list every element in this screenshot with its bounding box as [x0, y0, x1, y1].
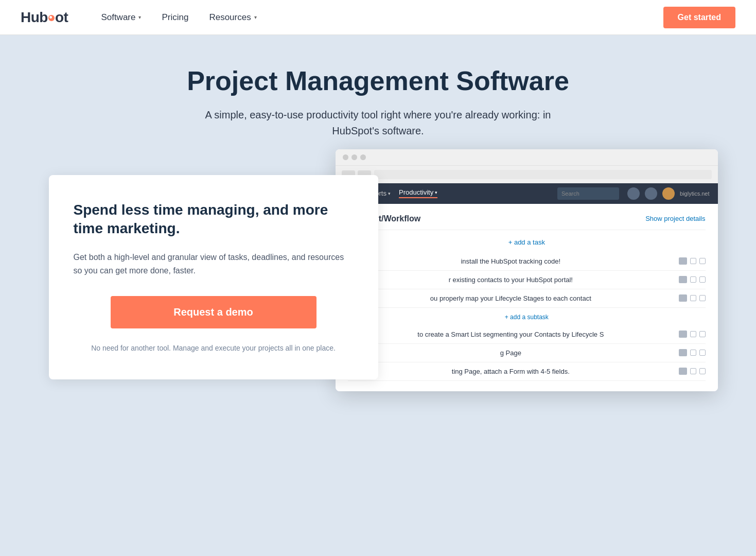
- nav-item-software[interactable]: Software ▾: [93, 8, 149, 27]
- table-row: r existing contacts to your HubSpot port…: [348, 271, 705, 289]
- task-icon-edit[interactable]: [690, 295, 696, 301]
- app-search-bar[interactable]: Search: [557, 187, 619, 200]
- show-project-details-link[interactable]: Show project details: [645, 215, 705, 222]
- url-input[interactable]: [374, 170, 711, 179]
- task-action-icons: [679, 331, 706, 338]
- task-action-icons: [679, 276, 706, 283]
- task-icon-edit[interactable]: [690, 331, 696, 337]
- chevron-down-icon-2: ▾: [254, 14, 257, 20]
- nav-item-resources[interactable]: Resources ▾: [201, 8, 265, 27]
- task-icon-doc[interactable]: [679, 257, 687, 265]
- card-body: Get both a high-level and granular view …: [74, 251, 354, 278]
- task-icon-edit[interactable]: [690, 368, 696, 374]
- task-action-icons: [679, 294, 706, 302]
- add-subtask-link[interactable]: + add a subtask: [505, 314, 549, 321]
- domain-label: biglytics.net: [680, 190, 709, 197]
- chevron-down-icon: ▾: [138, 14, 141, 20]
- task-icon-doc[interactable]: [679, 276, 687, 283]
- task-text: ting Page, attach a Form with 4-5 fields…: [348, 368, 673, 375]
- logo-text: Hubot: [21, 9, 68, 26]
- hero-section: Project Management Software A simple, ea…: [0, 35, 756, 556]
- search-placeholder: Search: [561, 190, 579, 197]
- browser-dot-red: [343, 154, 348, 160]
- task-text: r existing contacts to your HubSpot port…: [348, 276, 673, 284]
- task-icon-doc[interactable]: [679, 294, 687, 302]
- nav-menu: Software ▾ Pricing Resources ▾: [93, 8, 663, 27]
- browser-url-bar: [336, 166, 717, 183]
- request-demo-button[interactable]: Request a demo: [111, 296, 317, 328]
- task-text: to create a Smart List segmenting your C…: [348, 331, 673, 338]
- notification-icon[interactable]: [627, 187, 640, 200]
- browser-dot-yellow: [351, 154, 357, 160]
- task-icon-refresh[interactable]: [699, 295, 706, 301]
- task-icon-edit[interactable]: [690, 258, 696, 264]
- table-row: to create a Smart List segmenting your C…: [348, 325, 705, 344]
- task-icon-doc[interactable]: [679, 349, 687, 356]
- navbar: Hubot Software ▾ Pricing Resources ▾ Get…: [0, 0, 756, 35]
- project-header: mail/List/Workflow Show project details: [348, 214, 705, 230]
- browser-mockup: ial ▾ Reports ▾ Productivity ▾ Search bi…: [336, 149, 717, 391]
- app-navbar: ial ▾ Reports ▾ Productivity ▾ Search bi…: [336, 183, 717, 204]
- app-icons-group: biglytics.net: [627, 187, 709, 200]
- reports-chevron: ▾: [388, 191, 391, 196]
- feature-card: Spend less time managing, and more time …: [49, 175, 378, 380]
- task-text: g Page: [348, 349, 673, 357]
- task-icon-refresh[interactable]: [699, 350, 706, 356]
- avatar[interactable]: [662, 187, 675, 200]
- productivity-chevron: ▾: [435, 190, 437, 195]
- hero-title: Project Management Software: [21, 66, 735, 97]
- card-heading: Spend less time managing, and more time …: [74, 201, 354, 238]
- table-row: g Page: [348, 344, 705, 362]
- task-icon-refresh[interactable]: [699, 258, 706, 264]
- table-row: install the HubSpot tracking code!: [348, 252, 705, 271]
- table-row: ting Page, attach a Form with 4-5 fields…: [348, 362, 705, 381]
- productivity-label: Productivity: [399, 188, 433, 196]
- task-icon-edit[interactable]: [690, 276, 696, 283]
- get-started-button[interactable]: Get started: [663, 7, 735, 28]
- nav-software-label: Software: [101, 12, 135, 23]
- add-task-link[interactable]: + add a task: [348, 238, 705, 246]
- app-nav-productivity[interactable]: Productivity ▾: [399, 188, 437, 198]
- app-content-area: mail/List/Workflow Show project details …: [336, 204, 717, 391]
- browser-dot-green: [360, 154, 366, 160]
- task-action-icons: [679, 368, 706, 375]
- task-icon-refresh[interactable]: [699, 368, 706, 374]
- task-action-icons: [679, 257, 706, 265]
- task-text: install the HubSpot tracking code!: [348, 257, 673, 265]
- nav-item-pricing[interactable]: Pricing: [153, 8, 197, 27]
- table-row: ou properly map your Lifecycle Stages to…: [348, 289, 705, 308]
- logo-dot: [48, 15, 55, 21]
- task-icon-doc[interactable]: [679, 331, 687, 338]
- task-icon-refresh[interactable]: [699, 331, 706, 337]
- nav-resources-label: Resources: [209, 12, 251, 23]
- task-icon-refresh[interactable]: [699, 276, 706, 283]
- add-subtask-row: + add a subtask: [348, 308, 705, 325]
- task-text: ou properly map your Lifecycle Stages to…: [348, 294, 673, 302]
- content-area: Spend less time managing, and more time …: [49, 165, 708, 380]
- browser-title-bar: [336, 149, 717, 166]
- task-icon-edit[interactable]: [690, 350, 696, 356]
- task-action-icons: [679, 349, 706, 356]
- card-footer-text: No need for another tool. Manage and exe…: [74, 343, 354, 354]
- nav-pricing-label: Pricing: [162, 12, 188, 23]
- settings-icon[interactable]: [645, 187, 657, 200]
- task-icon-doc[interactable]: [679, 368, 687, 375]
- hero-subtitle: A simple, easy-to-use productivity tool …: [203, 107, 553, 139]
- logo[interactable]: Hubot: [21, 9, 68, 26]
